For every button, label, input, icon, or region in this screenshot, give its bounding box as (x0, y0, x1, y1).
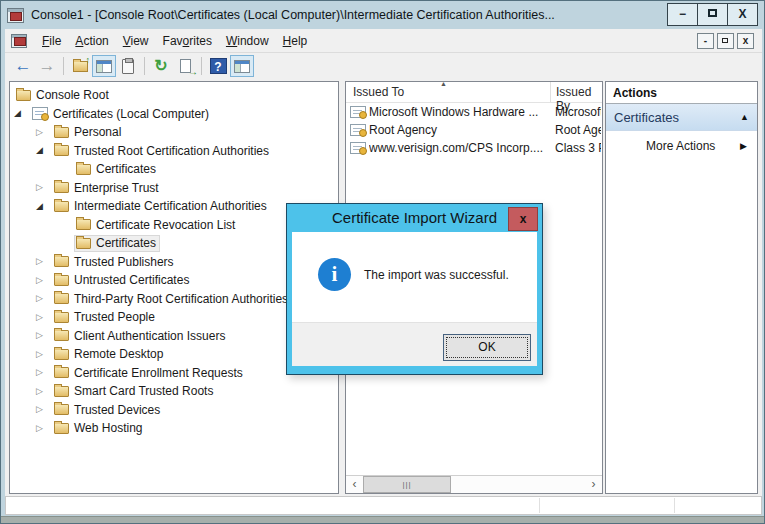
folder-icon (16, 90, 31, 101)
collapse-group-icon[interactable]: ▲ (740, 112, 749, 122)
tree-item-personal[interactable]: ▷Personal (10, 123, 338, 142)
chevron-collapsed-icon[interactable]: ▷ (36, 368, 52, 377)
tree-item-web-hosting[interactable]: ▷Web Hosting (10, 419, 338, 438)
list-row-root-agency[interactable]: Root Agency Root Agency (346, 121, 602, 139)
list-header: ▲ Issued To Issued By (346, 82, 602, 103)
maximize-button[interactable] (697, 3, 728, 26)
chevron-collapsed-icon[interactable]: ▷ (36, 387, 52, 396)
folder-icon (54, 293, 69, 304)
statusbar-divider (539, 498, 540, 513)
menu-file[interactable]: File (35, 31, 68, 51)
chevron-collapsed-icon[interactable]: ▷ (36, 313, 52, 322)
child-minimize-button[interactable]: - (697, 33, 714, 49)
tree-item-enterprise-trust[interactable]: ▷Enterprise Trust (10, 179, 338, 198)
minimize-button[interactable]: − (667, 3, 698, 26)
export-arrow-icon: → (188, 67, 198, 77)
chevron-collapsed-icon[interactable]: ▷ (36, 424, 52, 433)
tree-item-certificates-trusted-root[interactable]: Certificates (10, 160, 338, 179)
more-actions-item[interactable]: More Actions ▶ (606, 135, 757, 156)
actions-pane: Actions Certificates ▲ More Actions ▶ (605, 81, 758, 494)
folder-icon (54, 182, 69, 193)
scrollbar-track[interactable] (451, 476, 585, 493)
sort-ascending-icon: ▲ (440, 80, 447, 87)
folder-icon (54, 404, 69, 415)
clipboard-icon (122, 59, 134, 74)
export-list-button[interactable]: → (173, 55, 197, 77)
list-row-microsoft-windows-hardware[interactable]: Microsoft Windows Hardware ... Microsoft… (346, 103, 602, 121)
chevron-collapsed-icon[interactable]: ▷ (36, 331, 52, 340)
tree-item-trusted-devices[interactable]: ▷Trusted Devices (10, 401, 338, 420)
tree-item-certificates-local-computer[interactable]: ◢Certificates (Local Computer) (10, 105, 338, 124)
show-action-pane-button[interactable] (230, 55, 254, 77)
toolbar: ← → ↑ ↻ → ? (5, 53, 762, 79)
up-one-level-button[interactable]: ↑ (68, 55, 92, 77)
dialog-title: Certificate Import Wizard (287, 204, 542, 232)
ok-button[interactable]: OK (443, 334, 531, 361)
scrollbar-thumb[interactable]: ||| (363, 476, 451, 493)
folder-icon (76, 238, 91, 249)
folder-icon (54, 349, 69, 360)
actions-group-certificates[interactable]: Certificates ▲ (606, 104, 757, 131)
dialog-message: The import was successful. (364, 268, 509, 282)
paste-button[interactable] (116, 55, 140, 77)
menu-help[interactable]: Help (276, 31, 315, 51)
folder-icon (76, 219, 91, 230)
mmc-console-icon (7, 8, 24, 23)
forward-button[interactable]: → (35, 55, 59, 77)
menu-window[interactable]: Window (219, 31, 276, 51)
chevron-collapsed-icon[interactable]: ▷ (36, 128, 52, 137)
close-button[interactable]: X (727, 3, 758, 26)
certificate-import-wizard-dialog: Certificate Import Wizard x i The import… (286, 203, 543, 375)
menu-favorites[interactable]: Favorites (156, 31, 219, 51)
folder-icon (54, 367, 69, 378)
chevron-expanded-icon[interactable]: ◢ (36, 202, 52, 211)
chevron-collapsed-icon[interactable]: ▷ (36, 350, 52, 359)
folder-icon (76, 164, 91, 175)
certificate-icon (350, 106, 366, 118)
mmc-window: Console1 - [Console Root\Certificates (L… (0, 0, 765, 524)
toolbar-separator (201, 57, 202, 75)
folder-icon (54, 330, 69, 341)
chevron-collapsed-icon[interactable]: ▷ (36, 294, 52, 303)
chevron-collapsed-icon[interactable]: ▷ (36, 183, 52, 192)
chevron-collapsed-icon[interactable]: ▷ (36, 257, 52, 266)
back-button[interactable]: ← (11, 55, 35, 77)
menu-view[interactable]: View (116, 31, 156, 51)
folder-icon (54, 127, 69, 138)
certificate-store-icon (32, 107, 48, 120)
certificate-icon (350, 124, 366, 136)
actions-pane-title: Actions (606, 82, 757, 104)
tree-item-console-root[interactable]: Console Root (10, 86, 338, 105)
list-row-verisign-cps[interactable]: www.verisign.com/CPS Incorp.... Class 3 … (346, 139, 602, 157)
folder-icon (54, 256, 69, 267)
refresh-icon: ↻ (154, 58, 167, 74)
chevron-expanded-icon[interactable]: ◢ (36, 146, 52, 155)
column-header-issued-to[interactable]: Issued To (353, 85, 404, 99)
scroll-right-button[interactable]: › (585, 476, 602, 493)
tree-item-trusted-root-ca[interactable]: ◢Trusted Root Certification Authorities (10, 142, 338, 161)
dialog-close-button[interactable]: x (508, 207, 538, 231)
horizontal-scrollbar[interactable]: ‹ ||| › (346, 475, 602, 493)
chevron-collapsed-icon[interactable]: ▷ (36, 276, 52, 285)
scroll-left-button[interactable]: ‹ (346, 476, 363, 493)
folder-icon (54, 312, 69, 323)
help-button[interactable]: ? (206, 55, 230, 77)
status-bar (5, 496, 762, 515)
mmc-child-icon (11, 34, 27, 48)
selected-tree-item[interactable]: Certificates (74, 235, 160, 252)
child-close-button[interactable]: x (737, 33, 754, 49)
column-divider[interactable] (550, 82, 551, 102)
menu-action[interactable]: Action (68, 31, 115, 51)
toolbar-separator (144, 57, 145, 75)
window-frame-bottom (1, 516, 765, 524)
refresh-button[interactable]: ↻ (149, 55, 173, 77)
show-console-tree-button[interactable] (92, 55, 116, 77)
menubar: File Action View Favorites Window Help -… (5, 29, 762, 53)
chevron-collapsed-icon[interactable]: ▷ (36, 405, 52, 414)
tree-item-smart-card-trusted-roots[interactable]: ▷Smart Card Trusted Roots (10, 382, 338, 401)
info-icon: i (318, 258, 351, 291)
chevron-expanded-icon[interactable]: ◢ (14, 109, 30, 118)
child-restore-button[interactable] (717, 33, 734, 49)
certificate-icon (350, 142, 366, 154)
window-title: Console1 - [Console Root\Certificates (L… (31, 8, 591, 22)
